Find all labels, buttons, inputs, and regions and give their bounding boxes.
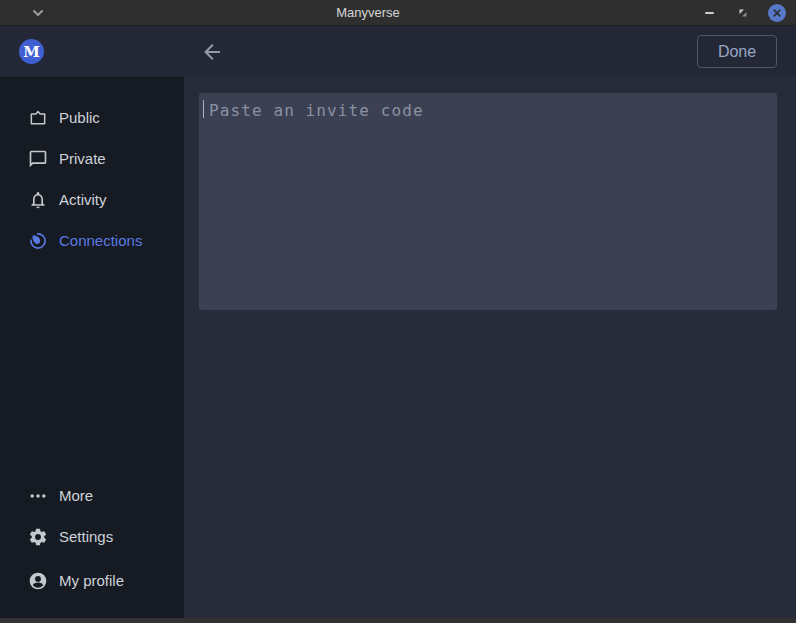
gear-icon [28,527,48,547]
window-controls [700,0,786,26]
done-button[interactable]: Done [697,35,777,68]
sidebar-item-label: Private [59,150,106,167]
sidebar-item-label: My profile [59,572,124,589]
titlebar: Manyverse [0,0,796,26]
sidebar-item-my-profile[interactable]: My profile [0,560,184,601]
manyverse-window: Manyverse M Done Public [0,0,796,623]
close-x-icon [771,7,783,19]
minimize-icon [705,12,714,14]
invite-code-input[interactable] [199,93,777,310]
sidebar-main-items: Public Private Activity [0,97,184,261]
sidebar: Public Private Activity [0,77,184,618]
app-header: M Done [0,26,796,77]
connections-dial-icon [28,231,48,251]
sidebar-item-settings[interactable]: Settings [0,516,184,557]
bulletin-board-icon [28,108,48,128]
minimize-button[interactable] [700,4,718,22]
close-button[interactable] [768,4,786,22]
sidebar-item-more[interactable]: More [0,475,184,516]
arrow-left-icon [200,40,224,64]
main-content [184,77,796,618]
dots-horizontal-icon [28,486,48,506]
logo-letter: M [23,43,40,61]
sidebar-item-activity[interactable]: Activity [0,179,184,220]
bell-outline-icon [28,190,48,210]
sidebar-item-private[interactable]: Private [0,138,184,179]
text-cursor [203,100,204,118]
sidebar-bottom-items: More Settings My profile [0,475,184,601]
restore-icon [737,7,749,19]
manyverse-logo: M [19,39,44,64]
window-title: Manyverse [0,0,736,26]
sidebar-item-label: Settings [59,528,113,545]
sidebar-item-label: More [59,487,93,504]
sidebar-item-connections[interactable]: Connections [0,220,184,261]
sidebar-item-label: Activity [59,191,107,208]
sidebar-item-label: Public [59,109,100,126]
sidebar-item-public[interactable]: Public [0,97,184,138]
restore-button[interactable] [734,4,752,22]
window-bottom-edge [0,618,796,623]
account-circle-icon [28,571,48,591]
back-button[interactable] [200,40,224,64]
sidebar-item-label: Connections [59,232,142,249]
message-outline-icon [28,149,48,169]
